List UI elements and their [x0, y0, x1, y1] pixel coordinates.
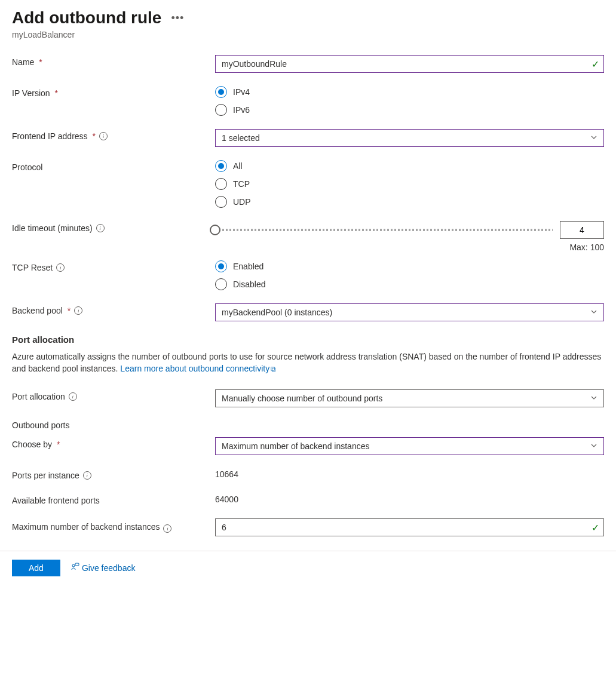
- page-title: Add outbound rule: [12, 8, 161, 27]
- info-icon[interactable]: i: [56, 263, 65, 272]
- availports-value: 64000: [215, 493, 604, 504]
- outbound-ports-heading: Outbound ports: [12, 420, 604, 430]
- info-icon[interactable]: i: [69, 392, 77, 401]
- info-icon[interactable]: i: [99, 132, 108, 140]
- svg-point-0: [72, 564, 75, 567]
- more-icon[interactable]: •••: [171, 12, 184, 24]
- chevron-down-icon: [590, 441, 597, 451]
- feedback-label: Give feedback: [82, 563, 136, 573]
- backendpool-value: myBackendPool (0 instances): [222, 308, 332, 317]
- frontendip-label: Frontend IP address: [12, 131, 88, 141]
- radio-disabled-label: Disabled: [233, 280, 265, 289]
- required-asterisk: *: [39, 57, 42, 67]
- name-label: Name: [12, 57, 34, 67]
- radio-ipv6-label: IPv6: [233, 105, 250, 115]
- tcpreset-label: TCP Reset: [12, 263, 53, 272]
- checkmark-icon: ✓: [592, 59, 599, 70]
- radio-tcp-label: TCP: [233, 179, 250, 189]
- port-allocation-heading: Port allocation: [12, 334, 604, 345]
- required-asterisk: *: [57, 440, 60, 449]
- portsperinst-value: 10664: [215, 468, 604, 479]
- checkmark-icon: ✓: [592, 521, 599, 533]
- port-allocation-desc: Azure automatically assigns the number o…: [12, 351, 604, 375]
- radio-all-label: All: [233, 161, 243, 171]
- maxbackend-label: Maximum number of backend instances: [12, 522, 160, 532]
- frontendip-select[interactable]: 1 selected: [215, 129, 604, 147]
- chevron-down-icon: [590, 133, 597, 143]
- slider-thumb[interactable]: [210, 225, 220, 235]
- radio-ipv6[interactable]: IPv6: [215, 104, 604, 116]
- availports-label: Available frontend ports: [12, 496, 100, 505]
- add-button[interactable]: Add: [12, 560, 60, 576]
- external-link-icon: ⧉: [271, 365, 276, 373]
- radio-tcpreset-disabled[interactable]: Disabled: [215, 278, 604, 290]
- chooseby-select[interactable]: Maximum number of backend instances: [215, 437, 604, 455]
- chooseby-label: Choose by: [12, 440, 52, 449]
- idletimeout-max: Max: 100: [215, 242, 604, 252]
- radio-ipv4-label: IPv4: [233, 87, 250, 97]
- person-feedback-icon: [71, 563, 79, 573]
- portalloc-select[interactable]: Manually choose number of outbound ports: [215, 389, 604, 407]
- info-icon[interactable]: i: [163, 524, 171, 533]
- idletimeout-slider[interactable]: [215, 229, 553, 231]
- required-asterisk: *: [68, 306, 71, 315]
- backendpool-label: Backend pool: [12, 306, 63, 315]
- breadcrumb: myLoadBalancer: [12, 30, 604, 39]
- chooseby-value: Maximum number of backend instances: [222, 441, 369, 451]
- name-input[interactable]: [215, 55, 604, 73]
- idletimeout-input[interactable]: [560, 221, 604, 239]
- chevron-down-icon: [590, 394, 597, 403]
- required-asterisk: *: [55, 88, 58, 98]
- required-asterisk: *: [93, 131, 96, 141]
- maxbackend-input[interactable]: [215, 518, 604, 536]
- ipversion-label: IP Version: [12, 88, 50, 98]
- protocol-label: Protocol: [12, 162, 42, 172]
- info-icon[interactable]: i: [74, 306, 82, 315]
- svg-rect-1: [75, 563, 79, 566]
- backendpool-select[interactable]: myBackendPool (0 instances): [215, 303, 604, 321]
- portalloc-label: Port allocation: [12, 392, 65, 401]
- radio-udp-label: UDP: [233, 197, 251, 207]
- give-feedback-link[interactable]: Give feedback: [71, 563, 136, 573]
- learn-more-link[interactable]: Learn more about outbound connectivity⧉: [120, 364, 276, 373]
- chevron-down-icon: [590, 308, 597, 317]
- radio-ipv4[interactable]: IPv4: [215, 86, 604, 98]
- info-icon[interactable]: i: [96, 224, 105, 232]
- portsperinst-label: Ports per instance: [12, 471, 79, 480]
- info-icon[interactable]: i: [83, 471, 91, 480]
- radio-protocol-all[interactable]: All: [215, 160, 604, 172]
- idletimeout-label: Idle timeout (minutes): [12, 223, 93, 233]
- radio-protocol-tcp[interactable]: TCP: [215, 178, 604, 190]
- radio-protocol-udp[interactable]: UDP: [215, 196, 604, 208]
- frontendip-value: 1 selected: [222, 133, 260, 143]
- radio-tcpreset-enabled[interactable]: Enabled: [215, 260, 604, 272]
- radio-enabled-label: Enabled: [233, 262, 263, 271]
- portalloc-value: Manually choose number of outbound ports: [222, 394, 382, 403]
